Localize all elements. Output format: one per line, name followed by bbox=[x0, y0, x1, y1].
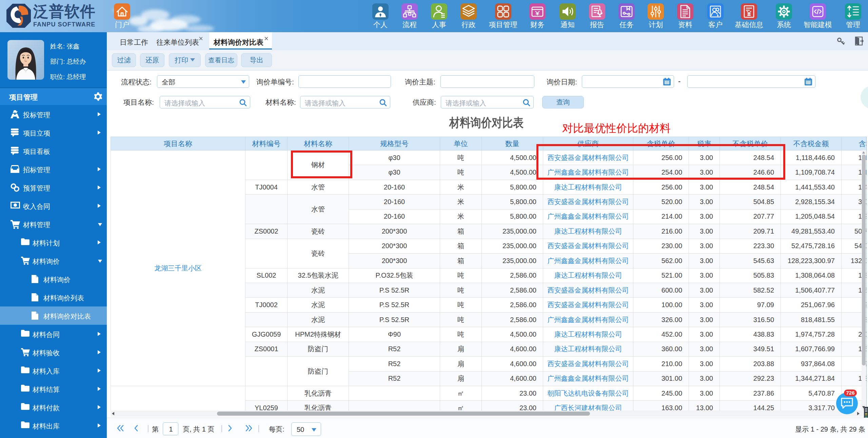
svg-text:1: 1 bbox=[14, 203, 16, 207]
